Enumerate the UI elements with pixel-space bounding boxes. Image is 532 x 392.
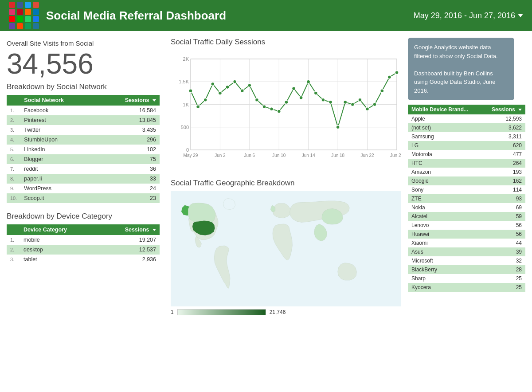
network-name-cell: WordPress (20, 184, 97, 193)
svg-text:0: 0 (186, 147, 189, 153)
map-legend: 1 21,746 (171, 309, 401, 315)
sessions-cell: 25 (482, 274, 525, 283)
svg-point-54 (387, 75, 391, 79)
table-row: 4. StumbleUpon 296 (7, 135, 160, 145)
list-item: Samsung 3,311 (408, 132, 525, 141)
svg-point-30 (211, 82, 215, 86)
table-row: 8. paper.li 33 (7, 174, 160, 184)
info-box: Google Analytics website data filtered t… (408, 38, 514, 100)
svg-text:May 29: May 29 (184, 153, 198, 158)
svg-point-31 (218, 91, 222, 95)
mobile-device-table: Mobile Device Brand... Sessions Apple 12… (408, 105, 525, 292)
device-name-cell: mobile (20, 235, 99, 245)
table-row: 5. LinkedIn 102 (7, 145, 160, 154)
sessions-cell: 23 (97, 193, 160, 203)
list-item: Xiaomi 44 (408, 239, 525, 247)
list-item: BlackBerry 28 (408, 265, 525, 274)
icon-facebook (17, 2, 23, 8)
list-item: Amazon 193 (408, 168, 525, 176)
svg-text:Jun 22: Jun 22 (361, 153, 374, 158)
svg-point-50 (358, 98, 362, 102)
list-item: Motorola 477 (408, 150, 525, 159)
date-range[interactable]: May 29, 2016 - Jun 27, 2016 (414, 11, 523, 20)
icon-twitter (25, 2, 31, 8)
svg-point-45 (321, 98, 325, 102)
icon-wordpress (33, 23, 39, 29)
network-name-cell: Pinterest (20, 115, 97, 125)
svg-text:500: 500 (181, 125, 189, 130)
svg-point-37 (262, 105, 266, 109)
sessions-cell: 56 (482, 230, 525, 239)
list-item: ZTE 93 (408, 194, 525, 203)
legend-min: 1 (171, 309, 174, 315)
mobile-table-header: Mobile Device Brand... Sessions (408, 105, 525, 114)
date-dropdown-arrow[interactable] (518, 14, 523, 17)
table-row: 10. Scoop.it 23 (7, 193, 160, 203)
svg-point-49 (351, 103, 354, 106)
col-sessions-d: Sessions (99, 224, 160, 235)
svg-point-48 (344, 100, 347, 104)
sessions-cell: 2,936 (99, 255, 160, 264)
list-item: Huawei 56 (408, 230, 525, 239)
svg-point-39 (277, 110, 281, 113)
svg-point-36 (255, 98, 258, 102)
device-table: Device Category Sessions 1. mobile 19,20… (7, 224, 160, 264)
brand-cell: Alcatel (408, 212, 482, 221)
sessions-cell: 296 (97, 135, 160, 145)
sessions-cell: 25 (482, 283, 525, 292)
brand-cell: BlackBerry (408, 265, 482, 274)
brand-cell: Microsoft (408, 256, 482, 265)
list-item: LG 620 (408, 141, 525, 150)
sessions-cell: 36 (97, 164, 160, 174)
brand-cell: Nokia (408, 203, 482, 212)
table-row: 3. Twitter 3,435 (7, 125, 160, 135)
map-container (171, 191, 401, 306)
right-column: Google Analytics website data filtered t… (406, 38, 525, 315)
brand-cell: Sony (408, 185, 482, 194)
table-row: 1. mobile 19,207 (7, 235, 160, 245)
rank-cell: 8. (7, 174, 20, 184)
network-name-cell: Scoop.it (20, 193, 97, 203)
list-item: Nokia 69 (408, 203, 525, 212)
col-device: Device Category (20, 224, 99, 235)
icon-rss (9, 2, 15, 8)
svg-point-38 (270, 107, 274, 111)
rank-cell: 3. (7, 255, 20, 264)
rank-cell: 3. (7, 125, 20, 135)
line-chart-svg: 2K1.5K1K5000May 29Jun 2Jun 6Jun 10Jun 14… (171, 50, 401, 170)
sessions-cell: 12,537 (99, 245, 160, 255)
social-network-table: Social Network Sessions 1. Facebook 16,5… (7, 95, 160, 203)
svg-point-27 (189, 89, 192, 93)
list-item: Lenovo 56 (408, 221, 525, 230)
icon-reddit (25, 9, 31, 15)
sort-arrow-device (153, 229, 156, 231)
brand-cell: ZTE (408, 194, 482, 203)
svg-text:Jun 6: Jun 6 (244, 153, 255, 158)
icon-whatsapp (25, 16, 31, 22)
col-mob-sessions: Sessions (482, 105, 525, 114)
sessions-cell: 102 (97, 145, 160, 154)
sessions-cell: 3,435 (97, 125, 160, 135)
icon-line (17, 16, 23, 22)
svg-point-29 (203, 98, 207, 102)
rank-cell: 4. (7, 135, 20, 145)
sessions-cell: 12,593 (482, 114, 525, 123)
col-network: Social Network (20, 95, 97, 106)
brand-cell: Kyocera (408, 283, 482, 292)
svg-point-42 (299, 96, 303, 99)
svg-point-44 (314, 91, 317, 95)
sessions-cell: 3,622 (482, 123, 525, 132)
svg-text:Jun 26: Jun 26 (390, 153, 401, 158)
device-section: Breakdown by Device Category Device Cate… (7, 212, 160, 264)
icon-google+ (33, 2, 39, 8)
svg-point-46 (329, 100, 332, 104)
sessions-cell: 19,207 (99, 235, 160, 245)
overall-visits-value: 34,556 (7, 50, 160, 78)
svg-text:1.5K: 1.5K (179, 79, 189, 84)
daily-sessions-chart: 2K1.5K1K5000May 29Jun 2Jun 6Jun 10Jun 14… (171, 50, 401, 170)
middle-column: Social Traffic Daily Sessions 2K1.5K1K50… (166, 38, 406, 315)
table-row: 6. Blogger 75 (7, 154, 160, 164)
daily-sessions-title: Social Traffic Daily Sessions (171, 38, 401, 47)
rank-cell: 10. (7, 193, 20, 203)
device-name-cell: desktop (20, 245, 99, 255)
